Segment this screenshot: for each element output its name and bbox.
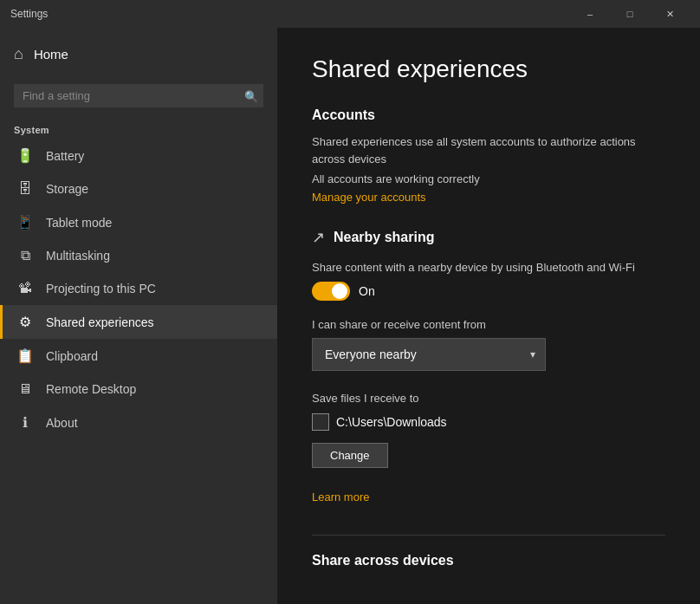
sidebar-item-label: Battery xyxy=(46,149,84,163)
app-body: ⌂ Home 🔍 System 🔋 Battery 🗄 Storage 📱 Ta… xyxy=(0,28,700,604)
share-across-section: Share across devices xyxy=(312,553,665,568)
change-button[interactable]: Change xyxy=(312,443,388,468)
sidebar-item-label: Storage xyxy=(46,182,88,196)
minimize-button[interactable]: – xyxy=(570,0,610,28)
sidebar-item-home[interactable]: ⌂ Home xyxy=(0,28,277,81)
sidebar-item-label: Clipboard xyxy=(46,349,98,363)
file-path-text: C:\Users\Downloads xyxy=(336,415,447,429)
search-icon[interactable]: 🔍 xyxy=(244,89,258,102)
sidebar-item-label: Projecting to this PC xyxy=(46,282,156,296)
nearby-sharing-title: Nearby sharing xyxy=(334,230,434,245)
search-input[interactable] xyxy=(14,84,263,107)
app-title: Settings xyxy=(10,8,48,20)
nearby-sharing-section: ↗ Nearby sharing Share content with a ne… xyxy=(312,228,665,528)
learn-more-link[interactable]: Learn more xyxy=(312,490,369,503)
toggle-row: On xyxy=(312,282,665,301)
sidebar-item-clipboard[interactable]: 📋 Clipboard xyxy=(0,339,277,373)
accounts-description: Shared experiences use all system accoun… xyxy=(312,133,665,167)
toggle-state-label: On xyxy=(359,284,375,298)
manage-accounts-link[interactable]: Manage your accounts xyxy=(312,191,426,204)
home-label: Home xyxy=(34,47,68,62)
sidebar-item-remote-desktop[interactable]: 🖥 Remote Desktop xyxy=(0,373,277,406)
clipboard-icon: 📋 xyxy=(16,347,34,364)
section-divider xyxy=(312,535,665,536)
sidebar-item-storage[interactable]: 🗄 Storage xyxy=(0,172,277,205)
content-source-dropdown-wrapper: Everyone nearby My contacts only Off ▾ xyxy=(312,338,546,371)
sidebar-item-projecting[interactable]: 📽 Projecting to this PC xyxy=(0,272,277,305)
sidebar-item-label: About xyxy=(46,416,78,430)
remote-desktop-icon: 🖥 xyxy=(16,381,34,397)
multitasking-icon: ⧉ xyxy=(16,248,34,263)
sidebar-item-tablet-mode[interactable]: 📱 Tablet mode xyxy=(0,205,277,239)
content-area: Shared experiences Accounts Shared exper… xyxy=(277,28,700,604)
sidebar-item-label: Tablet mode xyxy=(46,216,112,230)
content-source-dropdown[interactable]: Everyone nearby My contacts only Off xyxy=(312,338,546,371)
dropdown-label: I can share or receive content from xyxy=(312,318,665,331)
save-files-label: Save files I receive to xyxy=(312,392,665,405)
tablet-icon: 📱 xyxy=(16,214,34,231)
storage-icon: 🗄 xyxy=(16,181,34,197)
sidebar-item-battery[interactable]: 🔋 Battery xyxy=(0,139,277,172)
sidebar-item-label: Multitasking xyxy=(46,249,110,263)
sidebar-item-about[interactable]: ℹ About xyxy=(0,406,277,439)
shared-experiences-icon: ⚙ xyxy=(16,314,34,330)
search-box: 🔍 xyxy=(14,84,263,107)
about-icon: ℹ xyxy=(16,414,34,431)
share-across-title: Share across devices xyxy=(312,553,665,568)
sidebar-item-label: Remote Desktop xyxy=(46,382,136,396)
home-icon: ⌂ xyxy=(14,45,23,63)
sidebar-item-label: Shared experiences xyxy=(46,315,154,329)
nearby-sharing-icon: ↗ xyxy=(312,228,325,247)
maximize-button[interactable]: □ xyxy=(610,0,650,28)
battery-icon: 🔋 xyxy=(16,147,34,164)
page-title: Shared experiences xyxy=(312,55,665,83)
folder-icon xyxy=(312,413,329,431)
window-controls: – □ ✕ xyxy=(570,0,690,28)
nearby-sharing-description: Share content with a nearby device by us… xyxy=(312,259,665,276)
accounts-status: All accounts are working correctly xyxy=(312,172,665,185)
accounts-section: Accounts Shared experiences use all syst… xyxy=(312,107,665,228)
sidebar-section-label: System xyxy=(0,118,277,139)
projecting-icon: 📽 xyxy=(16,281,34,296)
sidebar: ⌂ Home 🔍 System 🔋 Battery 🗄 Storage 📱 Ta… xyxy=(0,28,277,604)
nearby-section-header: ↗ Nearby sharing xyxy=(312,228,665,247)
close-button[interactable]: ✕ xyxy=(650,0,690,28)
accounts-title: Accounts xyxy=(312,107,665,123)
titlebar: Settings – □ ✕ xyxy=(0,0,700,28)
nearby-sharing-toggle[interactable] xyxy=(312,282,350,301)
toggle-knob xyxy=(332,283,347,299)
sidebar-item-shared-experiences[interactable]: ⚙ Shared experiences xyxy=(0,305,277,339)
file-path-row: C:\Users\Downloads xyxy=(312,413,665,431)
sidebar-item-multitasking[interactable]: ⧉ Multitasking xyxy=(0,239,277,272)
